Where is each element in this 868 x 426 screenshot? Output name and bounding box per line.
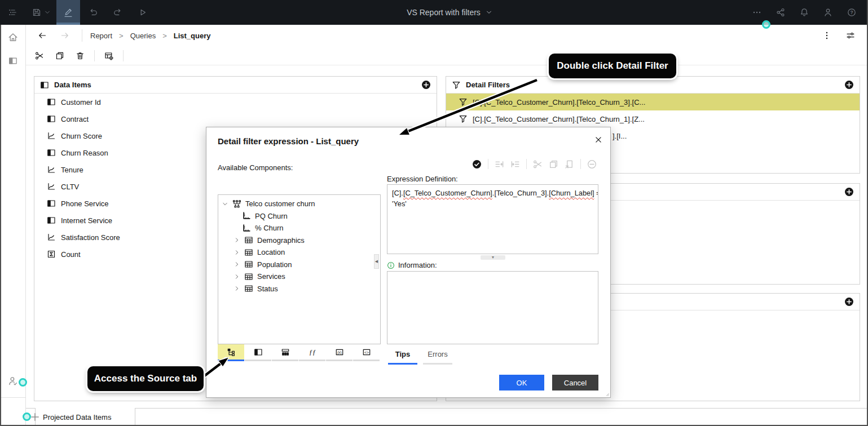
editor-tab-macros[interactable]: <> (353, 344, 380, 361)
copy-button[interactable] (50, 48, 69, 64)
tab-projected-data-items[interactable]: Projected Data Items (35, 408, 135, 426)
chevron-right-small-icon (233, 261, 240, 268)
tab-errors[interactable]: Errors (423, 350, 452, 365)
tree-item-root[interactable]: Telco customer churn (218, 198, 380, 210)
tree-item--churn[interactable]: % Churn (218, 222, 380, 234)
data-item-row[interactable]: Contract (34, 110, 437, 127)
add-data-item-button[interactable] (421, 80, 431, 90)
chevron-down-icon (486, 9, 492, 16)
expression-editor[interactable]: [C].[C_Telco_Customer_Churn].[Telco_Chur… (387, 184, 598, 254)
close-dialog-button[interactable] (590, 131, 607, 148)
tree-item-pq-churn[interactable]: PQ Churn (218, 210, 380, 223)
expression-toolbar (472, 159, 597, 169)
information-label-row: Information: (387, 261, 437, 269)
report-title-label: VS Report with filters (407, 8, 481, 17)
account-button[interactable] (816, 0, 840, 25)
breadcrumb-queries[interactable]: Queries (130, 32, 156, 40)
detail-filter-expression-text: [C].[C_Telco_Customer_Churn].[Telco_Chur… (473, 98, 645, 106)
data-item-icon (47, 216, 56, 225)
measure-icon (47, 165, 56, 174)
cut-button[interactable] (30, 48, 49, 64)
ellipsis-vertical-icon (822, 31, 831, 40)
paste-button (565, 159, 574, 169)
tree-item-label: Location (257, 248, 285, 256)
insert-before-button (495, 159, 504, 169)
divider (82, 29, 82, 42)
expression-token: [Churn_Label] (549, 189, 594, 197)
ellipsis-icon (752, 8, 761, 17)
more-vertical-button[interactable] (817, 25, 836, 46)
plus-circle-icon (844, 297, 854, 307)
report-title[interactable]: VS Report with filters (0, 0, 868, 25)
notifications-button[interactable] (792, 0, 816, 25)
table-icon (244, 284, 253, 293)
person-check-icon (8, 376, 18, 386)
measure-icon (47, 233, 56, 242)
data-item-row[interactable]: Customer Id (34, 94, 437, 110)
help-button[interactable]: ? (840, 0, 863, 25)
information-box (387, 271, 598, 344)
forward-button[interactable] (54, 25, 76, 46)
editor-tab-parameters[interactable]: (x) (326, 344, 353, 361)
detail-filter-expression-text: [C].[C_Telco_Customer_Churn].[Telco_Chur… (473, 115, 645, 123)
editor-tab-data-items[interactable] (245, 344, 271, 361)
data-item-label: Customer Id (61, 98, 101, 106)
detail-filter-expression-text: ].[I... (613, 132, 627, 140)
data-item-icon (40, 81, 49, 90)
ok-button[interactable]: OK (499, 375, 544, 390)
callout-text: Access the Source tab (94, 373, 197, 384)
bottom-tab-bar: Projected Data Items (25, 408, 868, 426)
detail-filter-row[interactable]: [C].[C_Telco_Customer_Churn].[Telco_Chur… (446, 94, 860, 110)
dialog-title: Detail filter expression - List_query (218, 136, 359, 146)
query-properties-button[interactable] (99, 48, 118, 64)
splitter-handle[interactable]: ▼ (481, 255, 505, 260)
detail-filter-row[interactable]: [C].[C_Telco_Customer_Churn].[Telco_Chur… (446, 110, 860, 127)
tree-item-population[interactable]: Population (218, 259, 380, 271)
editor-tab-queries[interactable] (272, 344, 298, 361)
hierarchy-tab-icon (227, 348, 236, 357)
data-item-icon (254, 348, 263, 357)
insert-after-button (510, 159, 520, 169)
home-icon (8, 32, 18, 42)
detail-filters-title: Detail Filters (466, 81, 510, 89)
resize-grip[interactable] (602, 389, 609, 396)
window-edge (0, 25, 1, 426)
cancel-button[interactable]: Cancel (552, 375, 598, 390)
validate-button[interactable] (472, 159, 482, 169)
breadcrumb-separator: > (162, 32, 167, 40)
tree-item-location[interactable]: Location (218, 246, 380, 259)
divider (123, 50, 124, 61)
tab-tips[interactable]: Tips (388, 350, 417, 365)
back-button[interactable] (31, 25, 54, 46)
available-components-tree: Telco customer churnPQ Churn% ChurnDemog… (218, 194, 381, 344)
plus-circle-icon (844, 80, 854, 90)
chevron-right-small-icon (233, 273, 240, 280)
add-icon[interactable] (30, 412, 40, 422)
breadcrumb-current: List_query (174, 32, 211, 40)
tree-item-status[interactable]: Status (218, 283, 380, 295)
annotation-dot (23, 412, 31, 421)
add-detail-filter-button[interactable] (844, 80, 854, 90)
breadcrumb-report[interactable]: Report (90, 32, 112, 40)
add-button[interactable] (844, 187, 854, 197)
funnel-icon (459, 114, 468, 123)
add-button[interactable] (844, 297, 854, 307)
breadcrumb: Report > Queries > List_query (90, 32, 211, 40)
editor-tab-functions[interactable]: ƒƒ (299, 344, 325, 361)
share-button[interactable] (769, 0, 792, 25)
chevron-right-small-icon (233, 249, 240, 256)
data-item-label: Internet Service (61, 216, 112, 225)
tree-item-label: Status (257, 285, 278, 293)
tree-item-services[interactable]: Services (218, 270, 380, 283)
filter-settings-button[interactable] (841, 25, 860, 46)
delete-button[interactable] (71, 48, 90, 64)
scissors-icon (35, 51, 44, 60)
tree-item-demographics[interactable]: Demographics (218, 234, 380, 247)
plus-circle-icon (421, 80, 431, 90)
information-label: Information: (398, 261, 437, 269)
tree-collapse-handle[interactable]: ◀ (374, 254, 379, 269)
home-button[interactable] (0, 26, 25, 48)
pages-panel-button[interactable] (0, 50, 25, 72)
editor-tab-source[interactable] (218, 344, 244, 361)
queries-tab-icon (281, 348, 290, 357)
